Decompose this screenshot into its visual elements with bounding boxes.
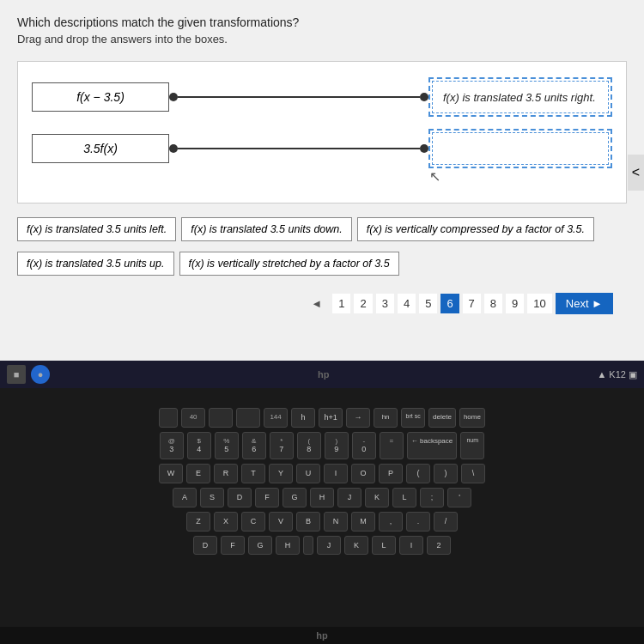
page-6[interactable]: 6 xyxy=(440,294,459,313)
key-period[interactable]: . xyxy=(406,512,430,532)
key-D[interactable]: D xyxy=(228,488,252,507)
key-f2[interactable] xyxy=(209,408,233,428)
key-K-bottom[interactable]: K xyxy=(344,536,368,556)
key-R[interactable]: R xyxy=(214,464,238,483)
key-f1[interactable]: 40 xyxy=(181,408,205,428)
key-9[interactable]: )9 xyxy=(325,432,349,459)
key-J-bottom[interactable]: J xyxy=(317,536,341,556)
key-5[interactable]: %5 xyxy=(215,432,239,459)
page-10[interactable]: 10 xyxy=(527,294,551,313)
key-B[interactable]: B xyxy=(296,512,320,532)
key-Y[interactable]: Y xyxy=(269,464,293,483)
key-8[interactable]: (8 xyxy=(297,432,321,459)
answer-chip-2[interactable]: f(x) is vertically compressed by a facto… xyxy=(357,217,594,241)
dot-left-2 xyxy=(169,144,178,153)
key-f3[interactable] xyxy=(236,408,260,428)
key-T[interactable]: T xyxy=(241,464,265,483)
page-9[interactable]: 9 xyxy=(506,294,524,313)
key-backspace[interactable]: ← backspace xyxy=(407,432,457,459)
key-6[interactable]: &6 xyxy=(242,432,266,459)
key-I[interactable]: I xyxy=(324,464,348,483)
key-rbracket[interactable]: ) xyxy=(434,464,458,483)
key-comma[interactable]: , xyxy=(379,512,403,532)
key-H-bottom[interactable]: H xyxy=(276,536,300,556)
key-P[interactable]: P xyxy=(379,464,403,483)
answer-options: f(x) is translated 3.5 units left. f(x) … xyxy=(17,217,627,241)
key-prtsc[interactable]: brt sc xyxy=(401,408,425,428)
key-num[interactable]: num xyxy=(460,432,484,459)
key-S[interactable]: S xyxy=(200,488,224,507)
key-7[interactable]: *7 xyxy=(270,432,294,459)
key-V[interactable]: V xyxy=(269,512,293,532)
key-semicolon[interactable]: ; xyxy=(420,488,444,507)
page-prev-button[interactable]: ◄ xyxy=(304,294,329,313)
page-8[interactable]: 8 xyxy=(484,294,502,313)
taskbar-icon-1[interactable]: ■ xyxy=(7,365,26,384)
cursor-arrow: ↖ xyxy=(429,168,440,185)
dot-left-1 xyxy=(169,93,178,101)
key-space[interactable] xyxy=(303,536,313,556)
page-4[interactable]: 4 xyxy=(398,294,416,313)
key-D-bottom[interactable]: D xyxy=(193,536,217,556)
key-H[interactable]: H xyxy=(310,488,334,507)
content-area: Which descriptions match the given trans… xyxy=(0,0,644,330)
key-L[interactable]: L xyxy=(392,488,416,507)
key-delete[interactable]: delete xyxy=(428,408,456,428)
key-2-bottom[interactable]: 2 xyxy=(427,536,451,556)
key-E[interactable]: E xyxy=(186,464,210,483)
key-backslash[interactable]: \ xyxy=(461,464,485,483)
answer-chip-0[interactable]: f(x) is translated 3.5 units left. xyxy=(17,217,176,241)
next-button[interactable]: Next ► xyxy=(556,293,613,314)
key-lbracket[interactable]: ( xyxy=(406,464,430,483)
key-F[interactable]: F xyxy=(255,488,279,507)
key-3[interactable]: @3 xyxy=(160,432,184,459)
key-row-bottom: D F G H J K L I 2 xyxy=(0,536,644,556)
key-0[interactable]: -0 xyxy=(352,432,376,459)
key-X[interactable]: X xyxy=(214,512,238,532)
screen: Which descriptions match the given trans… xyxy=(0,0,644,361)
answer-chip-4[interactable]: f(x) is vertically stretched by a factor… xyxy=(179,252,399,276)
key-U[interactable]: U xyxy=(296,464,320,483)
page-2[interactable]: 2 xyxy=(354,294,372,313)
drop-zone-2[interactable] xyxy=(428,129,612,168)
key-C[interactable]: C xyxy=(241,512,265,532)
key-F-bottom[interactable]: F xyxy=(221,536,245,556)
connector-1 xyxy=(169,93,428,101)
key-Z[interactable]: Z xyxy=(186,512,210,532)
key-N[interactable]: N xyxy=(324,512,348,532)
key-f6[interactable]: h+1 xyxy=(319,408,343,428)
key-A[interactable]: A xyxy=(173,488,197,507)
key-J[interactable]: J xyxy=(337,488,361,507)
key-G[interactable]: G xyxy=(283,488,307,507)
key-home[interactable]: home xyxy=(459,408,485,428)
system-tray: ▲ K12 ▣ xyxy=(597,369,637,380)
key-G-bottom[interactable]: G xyxy=(248,536,272,556)
answer-chip-3[interactable]: f(x) is translated 3.5 units up. xyxy=(17,252,174,276)
page-1[interactable]: 1 xyxy=(332,294,350,313)
key-f5[interactable]: h xyxy=(291,408,315,428)
key-slash[interactable]: / xyxy=(434,512,458,532)
sidebar-arrow[interactable]: < xyxy=(628,155,644,191)
key-O[interactable]: O xyxy=(351,464,375,483)
key-f4[interactable]: 144 xyxy=(264,408,288,428)
taskbar-icon-2[interactable]: ● xyxy=(31,365,50,384)
key-4[interactable]: $4 xyxy=(187,432,211,459)
page-7[interactable]: 7 xyxy=(463,294,481,313)
key-blank[interactable] xyxy=(159,408,178,428)
key-minus[interactable]: = xyxy=(380,432,404,459)
answer-chip-1[interactable]: f(x) is translated 3.5 units down. xyxy=(181,217,351,241)
key-quote[interactable]: ' xyxy=(447,488,471,507)
drop-zone-1[interactable]: f(x) is translated 3.5 units right. xyxy=(428,77,612,117)
dot-right-1 xyxy=(420,93,428,101)
page-5[interactable]: 5 xyxy=(419,294,437,313)
key-f8[interactable]: hn xyxy=(374,408,398,428)
key-row-asdf: A S D F G H J K L ; ' xyxy=(0,488,644,507)
key-M[interactable]: M xyxy=(351,512,375,532)
page-3[interactable]: 3 xyxy=(376,294,394,313)
key-L-bottom[interactable]: L xyxy=(372,536,396,556)
key-f7[interactable]: → xyxy=(346,408,370,428)
key-K[interactable]: K xyxy=(365,488,389,507)
key-1-bottom[interactable]: I xyxy=(399,536,423,556)
line-1 xyxy=(178,96,420,98)
key-W[interactable]: W xyxy=(159,464,183,483)
